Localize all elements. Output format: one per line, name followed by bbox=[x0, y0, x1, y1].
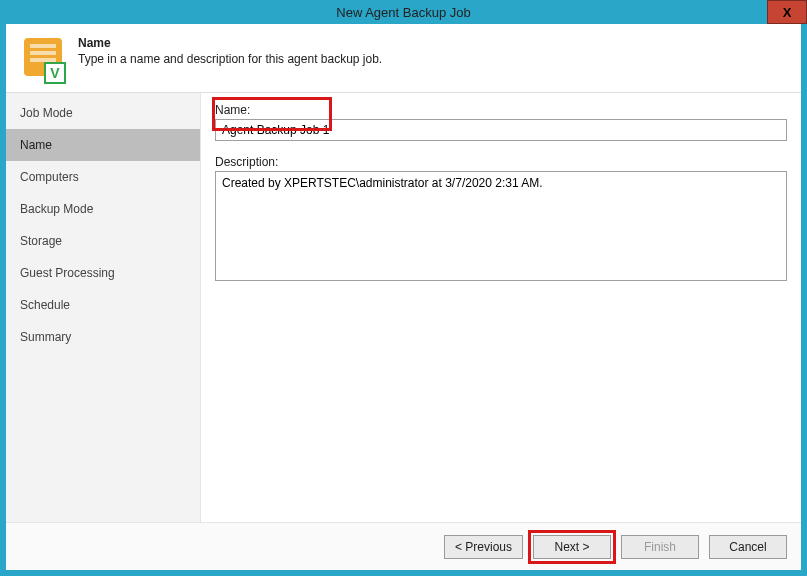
sidebar-item-backup-mode[interactable]: Backup Mode bbox=[6, 193, 200, 225]
sidebar-item-label: Summary bbox=[20, 330, 71, 344]
sidebar-item-schedule[interactable]: Schedule bbox=[6, 289, 200, 321]
name-label: Name: bbox=[215, 103, 787, 117]
sidebar-item-label: Backup Mode bbox=[20, 202, 93, 216]
wizard-steps-sidebar: Job Mode Name Computers Backup Mode Stor… bbox=[6, 93, 201, 522]
sidebar-item-storage[interactable]: Storage bbox=[6, 225, 200, 257]
sidebar-item-job-mode[interactable]: Job Mode bbox=[6, 97, 200, 129]
previous-button-wrap: < Previous bbox=[444, 535, 523, 559]
header-subtitle: Type in a name and description for this … bbox=[78, 52, 382, 66]
header-title: Name bbox=[78, 36, 382, 50]
cancel-button[interactable]: Cancel bbox=[709, 535, 787, 559]
titlebar: New Agent Backup Job X bbox=[0, 0, 807, 24]
sidebar-item-label: Job Mode bbox=[20, 106, 73, 120]
description-textarea[interactable] bbox=[215, 171, 787, 281]
sidebar-item-summary[interactable]: Summary bbox=[6, 321, 200, 353]
sidebar-item-name[interactable]: Name bbox=[6, 129, 200, 161]
close-icon: X bbox=[783, 5, 792, 20]
wizard-step-icon: V bbox=[20, 36, 68, 84]
sidebar-item-label: Schedule bbox=[20, 298, 70, 312]
description-field-block: Description: bbox=[215, 155, 787, 284]
body: Job Mode Name Computers Backup Mode Stor… bbox=[6, 92, 801, 522]
sidebar-item-label: Storage bbox=[20, 234, 62, 248]
product-badge-icon: V bbox=[44, 62, 66, 84]
finish-button: Finish bbox=[621, 535, 699, 559]
sidebar-item-label: Computers bbox=[20, 170, 79, 184]
header: V Name Type in a name and description fo… bbox=[6, 24, 801, 92]
cancel-button-wrap: Cancel bbox=[709, 535, 787, 559]
window-title: New Agent Backup Job bbox=[336, 5, 470, 20]
footer: < Previous Next > Finish Cancel bbox=[6, 522, 801, 570]
name-field-block: Name: bbox=[215, 103, 787, 141]
next-button[interactable]: Next > bbox=[533, 535, 611, 559]
main-panel: Name: Description: bbox=[201, 93, 801, 522]
previous-button[interactable]: < Previous bbox=[444, 535, 523, 559]
close-button[interactable]: X bbox=[767, 0, 807, 24]
name-input[interactable] bbox=[215, 119, 787, 141]
header-text-block: Name Type in a name and description for … bbox=[78, 36, 382, 66]
sidebar-item-computers[interactable]: Computers bbox=[6, 161, 200, 193]
sidebar-item-guest-processing[interactable]: Guest Processing bbox=[6, 257, 200, 289]
dialog-window: New Agent Backup Job X V Name Type in a … bbox=[0, 0, 807, 576]
description-label: Description: bbox=[215, 155, 787, 169]
sidebar-item-label: Name bbox=[20, 138, 52, 152]
finish-button-wrap: Finish bbox=[621, 535, 699, 559]
next-button-wrap: Next > bbox=[533, 535, 611, 559]
sidebar-item-label: Guest Processing bbox=[20, 266, 115, 280]
